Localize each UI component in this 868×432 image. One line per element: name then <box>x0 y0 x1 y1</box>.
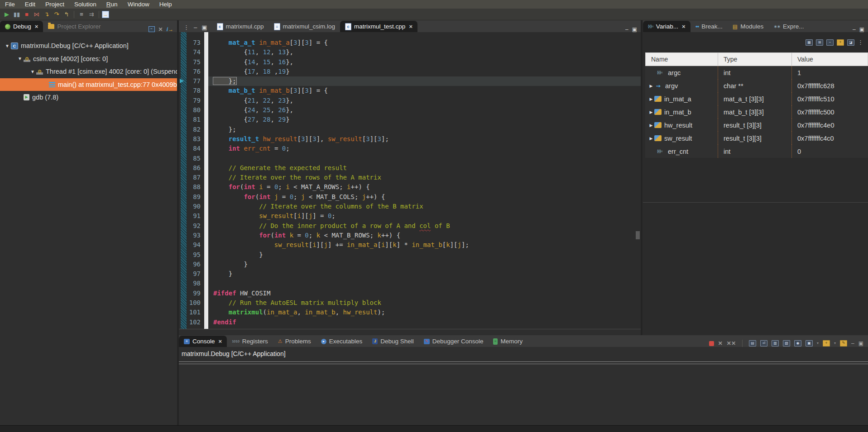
new-expression-icon[interactable]: + <box>837 39 844 46</box>
code-line[interactable]: 78 mat_b_t in_mat_b[3][3] = { <box>179 86 641 95</box>
tree-expander-icon[interactable]: ▶ <box>648 136 654 141</box>
view-menu-icon[interactable]: ⋮ <box>858 39 863 45</box>
remove-all-launches-icon[interactable]: ✕✕ <box>727 341 736 346</box>
menu-edit[interactable]: Edit <box>20 0 40 9</box>
instruction-stepping-icon[interactable]: ≡ <box>77 11 86 17</box>
code-line[interactable]: 91 sw_result[i][j] = 0; <box>179 211 641 221</box>
code-line[interactable]: 89 for(int j = 0; j < MAT_B_COLS; j++) { <box>179 192 641 202</box>
display-selected-console-icon[interactable]: ▣ <box>806 340 813 347</box>
overview-ruler-mark[interactable] <box>636 231 640 239</box>
restore-window-icon[interactable]: − <box>149 26 155 32</box>
variable-row[interactable]: ▶in_mat_bmat_b_t [3][3]0x7fffffffc500 <box>645 105 868 119</box>
minimize-icon[interactable]: – <box>625 27 628 32</box>
column-header-value[interactable]: Value <box>792 53 868 66</box>
minimize-icon[interactable]: – <box>851 341 854 346</box>
debug-tree-row[interactable]: ▼⚙csim.exe [4002] [cores: 0] <box>0 52 177 66</box>
tab-problems[interactable]: ⚠Problems <box>273 336 316 347</box>
code-line[interactable]: 75 {14, 15, 16}, <box>179 57 641 67</box>
maximize-icon[interactable]: ▣ <box>632 27 637 32</box>
code-line[interactable]: 90 // Iterate over the columns of the B … <box>179 202 641 211</box>
code-line[interactable]: 87 // Iterate over the rows of the A mat… <box>179 173 641 182</box>
code-line[interactable]: 95 } <box>179 250 641 260</box>
step-over-icon[interactable]: ↷ <box>52 11 61 17</box>
pin-view-icon[interactable]: ◪ <box>847 39 854 46</box>
caret[interactable]: ▾ <box>817 342 819 345</box>
code-line[interactable]: 100 // Run the AutoESL matrix multiply b… <box>179 298 641 308</box>
code-line[interactable]: 85 <box>179 154 641 163</box>
step-into-icon[interactable]: ↴ <box>42 11 51 17</box>
editor-tab-matrixmul-csim-log[interactable]: ≡matrixmul_csim.log <box>269 21 340 32</box>
variable-row[interactable]: ▶hw_resultresult_t [3][3]0x7fffffffc4e0 <box>645 119 868 132</box>
code-line[interactable]: 77 }; <box>179 76 641 86</box>
show-logical-structures-icon[interactable]: ⊞ <box>816 39 823 46</box>
menu-help[interactable]: Help <box>154 0 177 9</box>
tab-project-explorer[interactable]: Project Explorer <box>43 21 106 32</box>
tab-break[interactable]: ●●Break... <box>691 21 728 32</box>
clear-console-icon[interactable]: ✎ <box>840 340 847 347</box>
terminate-icon[interactable]: ■ <box>22 11 31 17</box>
maximize-icon[interactable]: ▣ <box>201 24 207 30</box>
console-output[interactable] <box>179 363 868 426</box>
editor-menu-icon[interactable]: ⋮ <box>183 24 189 30</box>
code-line[interactable]: 98 <box>179 279 641 288</box>
tab-debugger-console[interactable]: ✎Debugger Console <box>419 336 489 347</box>
tab-registers[interactable]: 1010Registers <box>227 336 273 347</box>
debug-tree-row[interactable]: ▶gdb (7.8) <box>0 91 177 104</box>
maximize-icon[interactable]: ▣ <box>859 27 864 32</box>
code-editor[interactable]: 73 mat_a_t in_mat_a[3][3] = {74 {11, 12,… <box>179 32 641 329</box>
debug-tree-row[interactable]: ▼Cmatrixmul.Debug [C/C++ Application] <box>0 39 177 52</box>
close-icon[interactable]: × <box>35 23 38 30</box>
minimize-icon[interactable]: – <box>194 24 197 30</box>
tree-expander-icon[interactable]: ▼ <box>29 69 36 74</box>
word-wrap-icon[interactable]: ⏎ <box>760 340 767 347</box>
code-line[interactable]: 83 result_t hw_result[3][3], sw_result[3… <box>179 134 641 144</box>
editor-tab-matrixmul-test-cpp[interactable]: cmatrixmul_test.cpp× <box>340 21 417 32</box>
maximize-icon[interactable]: ▣ <box>858 341 863 346</box>
code-line[interactable]: 74 {11, 12, 13}, <box>179 47 641 57</box>
scroll-lock-icon[interactable]: ▤ <box>749 340 756 347</box>
close-icon[interactable]: × <box>409 23 412 30</box>
show-stdout-icon[interactable]: ▥ <box>772 340 779 347</box>
tab-memory[interactable]: ≡Memory <box>488 336 528 347</box>
code-line[interactable]: 88 for(int i = 0; i < MAT_A_ROWS; i++) { <box>179 182 641 192</box>
show-stderr-icon[interactable]: ▧ <box>783 340 790 347</box>
menu-file[interactable]: File <box>0 0 20 9</box>
code-line[interactable]: 99#ifdef HW_COSIM <box>179 289 641 298</box>
code-line[interactable]: 80 {24, 25, 26}, <box>179 105 641 115</box>
code-line[interactable]: 81 {27, 28, 29} <box>179 115 641 124</box>
column-header-name[interactable]: Name <box>646 53 718 66</box>
debug-tree-row[interactable]: ▼⚙Thread #1 [csim.exe] 4002 [core: 0] (S… <box>0 65 177 78</box>
editor-tab-matrixmul-cpp[interactable]: cmatrixmul.cpp <box>212 21 269 32</box>
pin-console-icon[interactable]: ◉ <box>794 340 801 347</box>
disconnect-gray-icon[interactable]: ✕ <box>158 27 163 32</box>
tab-debug[interactable]: Debug× <box>0 21 43 32</box>
stack-frame-row[interactable]: main() at matrixmul_test.cpp:77 0x4009be <box>0 78 177 91</box>
tab-executables[interactable]: ▸Executables <box>316 336 368 347</box>
variable-row[interactable]: ▶sw_resultresult_t [3][3]0x7fffffffc4c0 <box>645 132 868 145</box>
code-line[interactable]: 76 {17, 18 ,19} <box>179 67 641 76</box>
suspend-icon[interactable]: ▮▮ <box>12 11 21 17</box>
close-icon[interactable]: × <box>682 23 686 30</box>
code-line[interactable]: 101 matrixmul(in_mat_a, in_mat_b, hw_res… <box>179 308 641 317</box>
menu-solution[interactable]: Solution <box>69 0 101 9</box>
right-splitter[interactable] <box>641 20 643 335</box>
show-type-names-icon[interactable]: ▦ <box>806 39 813 46</box>
terminate-icon[interactable] <box>709 341 714 346</box>
code-line[interactable]: 97 } <box>179 269 641 279</box>
tree-expander-icon[interactable]: ▶ <box>648 84 654 88</box>
minimize-icon[interactable]: – <box>853 27 856 32</box>
code-line[interactable]: 102#endif <box>179 318 641 327</box>
code-line[interactable]: 93 for(int k = 0; k < MAT_B_ROWS; k++) { <box>179 231 641 240</box>
open-console-icon[interactable]: + <box>823 340 830 347</box>
variable-row[interactable]: (x)=argcint1 <box>645 66 868 79</box>
open-element-icon[interactable]: → <box>102 11 109 18</box>
tree-expander-icon[interactable]: ▼ <box>16 56 24 61</box>
code-line[interactable]: 79 {21, 22, 23}, <box>179 96 641 105</box>
code-line[interactable]: 86 // Generate the expected result <box>179 163 641 173</box>
tab-variab[interactable]: (x)=Variab...× <box>643 21 691 32</box>
variable-row[interactable]: ▶➙argvchar **0x7fffffffc628 <box>645 79 868 92</box>
step-return-icon[interactable]: ↰ <box>62 11 71 17</box>
disconnect-icon[interactable]: ⋈ <box>32 11 41 17</box>
tab-expre[interactable]: ∗∗Expre... <box>768 21 809 32</box>
menu-window[interactable]: Window <box>123 0 154 9</box>
